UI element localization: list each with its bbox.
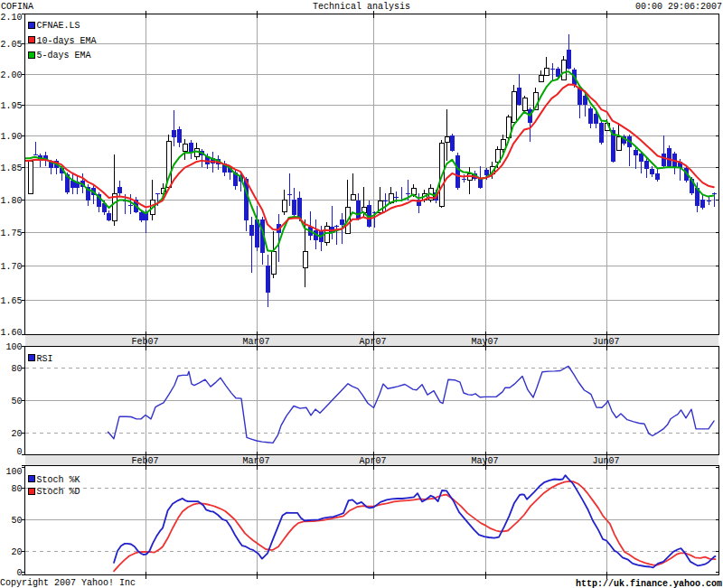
svg-text:Stoch %K: Stoch %K xyxy=(37,475,80,485)
svg-text:00:00 29:06:2007: 00:00 29:06:2007 xyxy=(635,2,722,12)
svg-text:50: 50 xyxy=(11,397,22,406)
svg-text:Jun07: Jun07 xyxy=(592,456,619,466)
svg-text:1.70: 1.70 xyxy=(0,262,22,272)
svg-text:Feb07: Feb07 xyxy=(131,337,158,347)
svg-text:100: 100 xyxy=(5,467,22,477)
svg-text:Copyright 2007 Yahoo! Inc: Copyright 2007 Yahoo! Inc xyxy=(0,578,136,588)
svg-text:2.00: 2.00 xyxy=(0,70,22,80)
svg-text:80: 80 xyxy=(11,364,22,374)
svg-text:1.85: 1.85 xyxy=(0,163,22,173)
svg-text:May07: May07 xyxy=(471,456,498,466)
svg-text:Stoch %D: Stoch %D xyxy=(37,487,80,497)
svg-text:100: 100 xyxy=(5,342,22,352)
svg-text:Jun07: Jun07 xyxy=(592,337,619,347)
svg-text:1.95: 1.95 xyxy=(0,101,22,111)
svg-text:1.80: 1.80 xyxy=(0,196,22,206)
svg-text:2.05: 2.05 xyxy=(0,40,22,50)
svg-text:CFNAE.LS: CFNAE.LS xyxy=(37,21,80,31)
svg-text:Apr07: Apr07 xyxy=(359,337,386,347)
svg-text:Technical analysis: Technical analysis xyxy=(313,2,410,12)
svg-text:Mar07: Mar07 xyxy=(242,337,269,347)
svg-text:0: 0 xyxy=(16,568,22,578)
svg-text:1.90: 1.90 xyxy=(0,132,22,142)
svg-text:80: 80 xyxy=(11,484,22,494)
svg-text:0: 0 xyxy=(16,447,22,457)
svg-text:Apr07: Apr07 xyxy=(359,456,386,466)
svg-text:Feb07: Feb07 xyxy=(131,456,158,466)
svg-text:1.65: 1.65 xyxy=(0,296,22,306)
svg-text:2.10: 2.10 xyxy=(0,13,22,23)
svg-text:5-days EMA: 5-days EMA xyxy=(37,51,91,61)
svg-text:20: 20 xyxy=(11,547,22,557)
svg-text:1.75: 1.75 xyxy=(0,229,22,238)
svg-text:May07: May07 xyxy=(471,337,498,347)
svg-text:Mar07: Mar07 xyxy=(242,456,269,466)
svg-text:1.60: 1.60 xyxy=(0,328,22,338)
svg-text:COFINA: COFINA xyxy=(1,2,33,12)
svg-text:RSI: RSI xyxy=(37,354,53,364)
svg-text:20: 20 xyxy=(11,429,22,439)
svg-text:50: 50 xyxy=(11,516,22,526)
svg-text:http://uk.finance.yahoo.com: http://uk.finance.yahoo.com xyxy=(576,579,722,588)
svg-text:10-days EMA: 10-days EMA xyxy=(37,36,97,46)
